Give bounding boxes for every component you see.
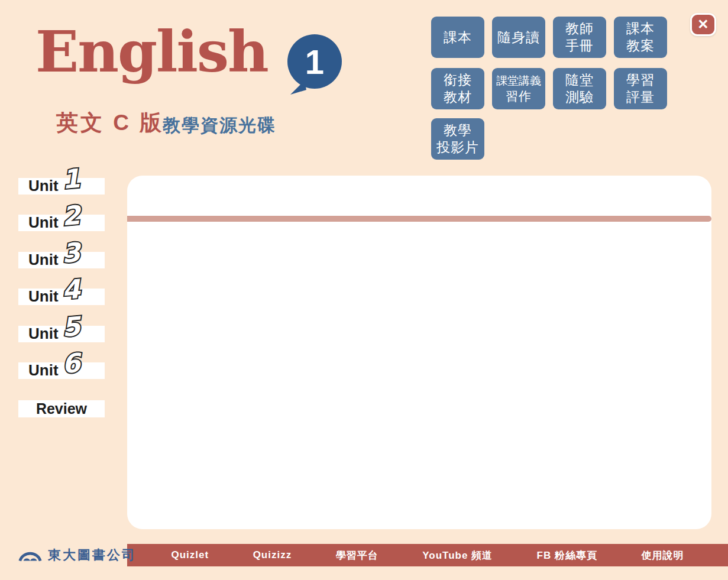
button-label: 課本 (444, 29, 472, 46)
button-label: 教材 (444, 89, 472, 106)
footer-link-youtube-channel[interactable]: YouTube 頻道 (422, 549, 493, 562)
unit-label: Unit (28, 287, 59, 306)
footer-link-user-guide[interactable]: 使用說明 (641, 549, 684, 562)
unit-number: 1 (61, 165, 82, 193)
unit-number: 2 (61, 202, 82, 230)
publisher-name: 東大圖書公司 (48, 546, 137, 564)
footer-link-bar: Quizlet Quizizz 學習平台 YouTube 頻道 FB 粉絲專頁 … (127, 544, 728, 566)
unit-number: 3 (61, 239, 82, 267)
footer-link-quizlet[interactable]: Quizlet (171, 549, 209, 561)
bridging-material-button[interactable]: 銜接 教材 (431, 68, 484, 109)
close-button[interactable]: ✕ (690, 13, 716, 36)
unit-5-button[interactable]: Unit 5 (18, 326, 105, 342)
unit-label: Unit (28, 177, 59, 195)
review-label: Review (36, 400, 87, 417)
unit-6-button[interactable]: Unit 6 (18, 362, 105, 379)
edition-label: 英文 C 版 (56, 108, 164, 138)
unit-number: 4 (61, 276, 82, 304)
review-button[interactable]: Review (18, 400, 105, 417)
content-panel (127, 176, 711, 529)
unit-number: 6 (61, 349, 82, 378)
teacher-manual-button[interactable]: 教師 手冊 (553, 17, 606, 58)
app-window: English 1 英文 C 版 教學資源光碟 ✕ 課本 隨身讀 教師 手冊 課… (0, 0, 728, 580)
pocket-reader-button[interactable]: 隨身讀 (492, 17, 545, 58)
unit-label: Unit (28, 325, 59, 343)
unit-2-button[interactable]: Unit 2 (18, 215, 105, 231)
panel-divider-stripe (127, 216, 711, 222)
unit-3-button[interactable]: Unit 3 (18, 252, 105, 268)
button-label: 課本 (626, 20, 655, 37)
button-label: 教學 (444, 122, 472, 139)
teaching-slides-button[interactable]: 教學 投影片 (431, 118, 484, 160)
rainbow-arch-icon (18, 546, 43, 564)
button-label: 銜接 (444, 72, 472, 89)
footer-link-quizizz[interactable]: Quizizz (253, 549, 292, 561)
button-label: 手冊 (565, 37, 594, 54)
button-label: 評量 (626, 89, 655, 106)
unit-label: Unit (28, 213, 59, 232)
button-label: 隨堂 (565, 72, 594, 89)
button-label: 課堂講義 (496, 73, 541, 89)
unit-1-button[interactable]: Unit 1 (18, 178, 105, 195)
unit-label: Unit (28, 251, 59, 269)
button-label: 測驗 (565, 89, 594, 106)
unit-4-button[interactable]: Unit 4 (18, 289, 105, 305)
brand-logo-english: English (35, 18, 268, 86)
badge-number: 1 (287, 34, 342, 89)
unit-label: Unit (28, 361, 59, 380)
close-icon: ✕ (697, 17, 708, 33)
quiz-button[interactable]: 隨堂 測驗 (553, 68, 606, 109)
footer-link-learning-platform[interactable]: 學習平台 (336, 549, 378, 562)
button-label: 習作 (506, 89, 532, 104)
textbook-button[interactable]: 課本 (431, 17, 484, 58)
unit-number: 5 (61, 313, 82, 341)
class-handout-workbook-button[interactable]: 課堂講義 習作 (492, 68, 545, 109)
button-label: 隨身讀 (497, 29, 540, 46)
badge-1-icon: 1 (287, 34, 342, 89)
disc-subtitle: 教學資源光碟 (163, 114, 276, 138)
button-label: 投影片 (436, 139, 479, 156)
textbook-lesson-plan-button[interactable]: 課本 教案 (614, 17, 667, 58)
button-label: 學習 (626, 72, 655, 89)
publisher-logo: 東大圖書公司 (18, 542, 137, 568)
button-label: 教案 (626, 37, 655, 54)
button-label: 教師 (565, 20, 594, 37)
footer-link-fb-fanpage[interactable]: FB 粉絲專頁 (537, 549, 597, 562)
learning-assessment-button[interactable]: 學習 評量 (614, 68, 667, 109)
